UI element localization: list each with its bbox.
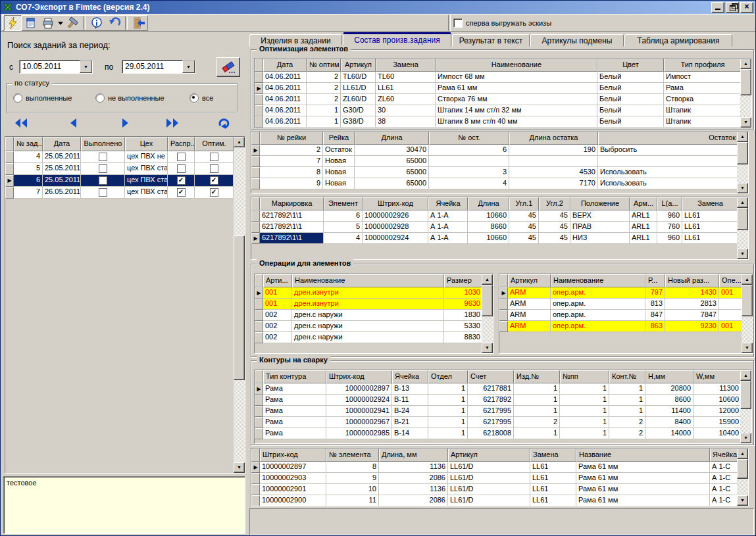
scroll-up-button[interactable]: ▲ — [737, 449, 748, 459]
column-header[interactable]: Артикул — [341, 59, 376, 72]
cell[interactable]: 863 — [645, 321, 665, 332]
cell[interactable]: 6217995 — [468, 406, 514, 417]
cell[interactable]: 04.06.2011 — [263, 105, 307, 116]
nav-next-button[interactable] — [116, 116, 134, 130]
cell[interactable]: опер.арм. — [551, 321, 645, 332]
table-row[interactable]: 7Новая65000 — [251, 156, 737, 167]
cell[interactable]: 10000002924 — [326, 395, 392, 406]
date-from-combobox[interactable]: 10.05.2011 ▼ — [19, 60, 93, 74]
cell[interactable]: А 1-С — [710, 495, 737, 506]
cell[interactable]: 847 — [645, 310, 665, 321]
cell[interactable]: 10 — [326, 484, 379, 495]
info-button[interactable] — [88, 15, 105, 31]
cell[interactable] — [81, 151, 125, 163]
scroll-down-button[interactable]: ▼ — [737, 183, 748, 193]
cell[interactable]: Белый — [597, 116, 664, 128]
cell[interactable]: ARM — [508, 287, 551, 299]
column-header[interactable]: Замена — [530, 449, 576, 462]
cell[interactable]: LL61/D — [448, 473, 530, 484]
cell[interactable]: LL61 — [530, 484, 576, 495]
scroll-down-button[interactable]: ▼ — [482, 343, 493, 353]
column-header[interactable]: L(а... — [657, 197, 682, 210]
cell[interactable]: Рама 61 мм — [576, 473, 710, 484]
tab-production-task-content[interactable]: Состав произв.задания — [343, 32, 451, 47]
cell[interactable]: 1 — [428, 383, 468, 395]
column-header[interactable]: W,мм — [693, 370, 740, 383]
tab-result-to-text[interactable]: Результат в текст — [452, 34, 530, 47]
cell[interactable] — [429, 156, 509, 167]
table-row[interactable]: Рама10000002924В-1116217892111860010600 — [255, 395, 740, 406]
cell[interactable]: 9 — [260, 178, 323, 189]
scroll-track[interactable] — [740, 381, 751, 433]
scroll-up-button[interactable]: ▲ — [742, 274, 753, 285]
vertical-scrollbar[interactable]: ▲▼ — [737, 449, 748, 506]
cell[interactable]: 2 — [307, 94, 341, 105]
cell[interactable]: Рама 61 мм — [436, 83, 597, 94]
cell[interactable]: Белый — [597, 105, 664, 116]
cell[interactable] — [81, 163, 125, 175]
cell[interactable]: 1 — [514, 428, 560, 439]
cell[interactable]: LL61/D — [448, 462, 530, 473]
column-header[interactable]: Штрих-код — [363, 197, 428, 210]
close-button[interactable]: × — [740, 2, 753, 13]
cell[interactable]: 1 — [514, 383, 560, 395]
cell[interactable]: 1 — [307, 105, 341, 116]
cell[interactable] — [195, 151, 234, 163]
cell[interactable]: 7 — [14, 187, 43, 199]
cell[interactable]: 30 — [376, 105, 436, 116]
column-header[interactable]: № ост. — [429, 132, 509, 145]
cell[interactable]: 10000002924 — [363, 233, 428, 244]
cell[interactable]: 10000002897 — [326, 383, 392, 395]
cell[interactable]: 1 — [560, 406, 609, 417]
column-header[interactable]: Положение — [570, 197, 630, 210]
table-row[interactable]: ▶001дрен.изнутри1030 — [255, 287, 482, 299]
cell[interactable] — [719, 310, 742, 321]
table-row[interactable]: 002дрен.с наружи1830 — [255, 310, 482, 321]
cell[interactable]: Белый — [597, 72, 664, 83]
cell[interactable]: Выбросить — [598, 145, 737, 156]
column-header[interactable]: № оптим. — [307, 59, 341, 72]
cell[interactable]: 14000 — [645, 428, 693, 439]
cell[interactable]: Рама — [263, 406, 326, 417]
cell[interactable]: Рама 61 мм — [576, 484, 710, 495]
cell[interactable]: 6217881 — [468, 383, 514, 395]
cell[interactable]: ARL1 — [630, 210, 657, 222]
column-header[interactable]: Распр... — [168, 137, 195, 151]
cell[interactable]: ВЕРХ — [570, 210, 630, 222]
scroll-track[interactable] — [482, 285, 493, 343]
cell[interactable]: дрен.с наружи — [292, 332, 444, 343]
column-header[interactable]: Штрих-код — [260, 449, 326, 462]
table-row[interactable]: 6217892\1\1610000002926А 1-А106604545ВЕР… — [251, 210, 737, 222]
cell[interactable]: 10000002967 — [326, 417, 392, 428]
cell[interactable]: 2813 — [665, 299, 719, 310]
column-header[interactable]: Наименование — [436, 59, 597, 72]
cell[interactable]: 04.06.2011 — [263, 83, 307, 94]
column-header[interactable]: Длина — [355, 132, 429, 145]
cell[interactable]: LL61/D — [448, 495, 530, 506]
column-header[interactable]: Конт.№ — [609, 370, 645, 383]
cell[interactable]: ✓ — [195, 187, 234, 199]
cell[interactable]: Использовать — [598, 178, 737, 189]
cell[interactable]: Импост 68 мм — [436, 72, 597, 83]
cell-checkbox[interactable] — [177, 153, 186, 161]
column-header[interactable]: Угл.2 — [539, 197, 570, 210]
undo-button[interactable] — [105, 15, 123, 31]
cell[interactable]: 1030 — [444, 287, 482, 299]
scroll-up-button[interactable]: ▲ — [740, 370, 751, 381]
operations-left-grid[interactable]: Арти...НаименованиеРазмер▶001дрен.изнутр… — [254, 274, 493, 354]
cell[interactable]: LL61 — [376, 83, 436, 94]
cell[interactable] — [195, 163, 234, 175]
cell[interactable]: дрен.с наружи — [292, 310, 444, 321]
operations-right-grid[interactable]: АртикулНаименованиеР...Новый раз...Опе..… — [499, 274, 753, 354]
cell[interactable]: 2 — [307, 72, 341, 83]
column-header[interactable]: Наименование — [551, 274, 645, 287]
cell[interactable]: 4 — [324, 233, 363, 244]
table-row[interactable]: 04.06.20111G30/D30Штапик 14 мм ст/п 32 м… — [255, 105, 740, 116]
cell[interactable]: 1136 — [379, 484, 448, 495]
column-header[interactable]: Ячейка — [392, 370, 428, 383]
cell[interactable]: А 1-А — [428, 222, 468, 233]
cell[interactable]: 190 — [509, 145, 598, 156]
cell[interactable]: В-11 — [392, 395, 428, 406]
cell[interactable]: 2 — [609, 428, 645, 439]
scroll-track[interactable] — [742, 285, 753, 343]
